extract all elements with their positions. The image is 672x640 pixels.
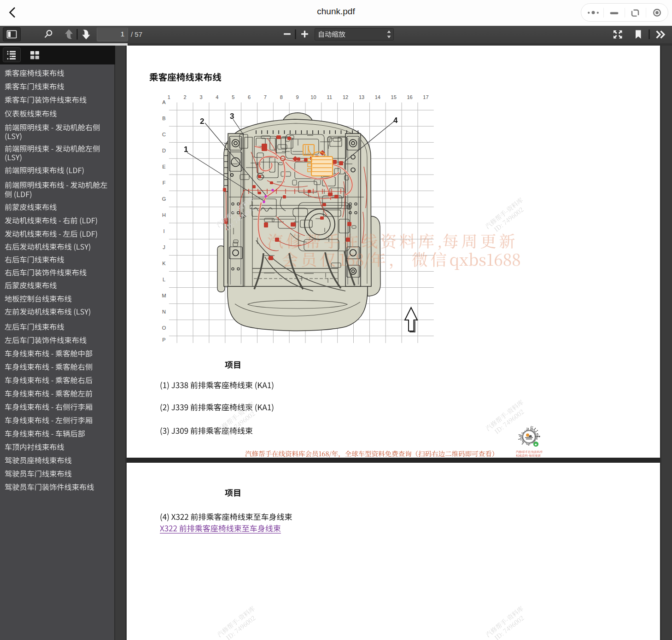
svg-text:5: 5 [232,94,234,100]
svg-text:2: 2 [184,94,187,100]
svg-text:9: 9 [296,94,299,100]
svg-text:I: I [163,228,164,234]
svg-text:8: 8 [280,94,283,100]
svg-text:10: 10 [310,94,316,100]
svg-text:H: H [162,212,166,218]
svg-text:F: F [163,180,166,186]
svg-text:16: 16 [407,94,412,100]
svg-text:K: K [162,261,166,266]
svg-text:D: D [162,148,166,153]
svg-text:4: 4 [393,116,398,125]
svg-text:B: B [162,116,165,121]
svg-text:15: 15 [391,94,397,100]
svg-text:J: J [163,244,165,250]
svg-text:G: G [162,196,166,202]
svg-text:11: 11 [327,94,332,100]
svg-text:A: A [162,99,166,105]
svg-text:12: 12 [343,94,348,100]
svg-text:13: 13 [359,94,364,100]
svg-text:M: M [162,293,166,298]
svg-text:3: 3 [230,112,234,121]
svg-text:C: C [162,132,166,137]
svg-text:E: E [162,164,165,169]
svg-text:L: L [163,277,165,282]
svg-text:O: O [162,325,166,331]
svg-text:14: 14 [375,94,380,100]
svg-text:17: 17 [423,94,428,100]
svg-text:3: 3 [199,94,202,100]
svg-text:7: 7 [264,94,267,100]
svg-text:1: 1 [184,145,188,154]
svg-text:4: 4 [216,94,218,100]
svg-text:6: 6 [248,94,251,100]
svg-text:P: P [162,337,165,343]
svg-text:2: 2 [200,117,204,126]
svg-text:1: 1 [168,94,170,100]
svg-text:N: N [162,309,166,314]
